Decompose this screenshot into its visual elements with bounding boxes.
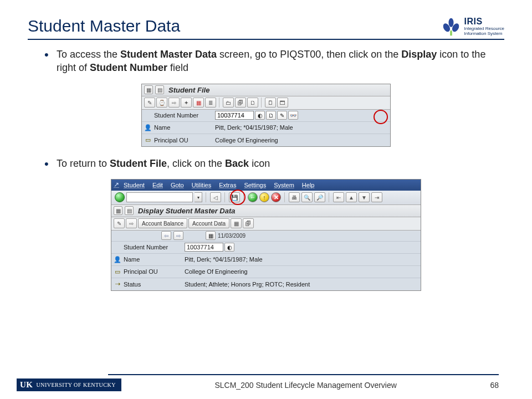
title-icon[interactable]: ▦ (114, 206, 122, 215)
menu-help[interactable]: Help (302, 182, 315, 188)
key-date: 11/03/2009 (218, 233, 245, 239)
input-student-number[interactable]: 10037714 (185, 243, 223, 252)
status-icon: ⇢ (111, 280, 124, 288)
back-icon[interactable]: ← (248, 192, 258, 202)
menu-edit[interactable]: Edit (152, 182, 163, 188)
prev-page-icon[interactable]: ▲ (346, 192, 357, 202)
tool-btn[interactable]: ✦ (181, 98, 192, 108)
menu-settings[interactable]: Settings (244, 182, 266, 188)
next-date-icon[interactable]: ⇨ (173, 231, 183, 240)
value-status: Student; Athlete; Honors Prg; ROTC; Resi… (185, 281, 421, 288)
tool-btn[interactable]: ✎ (114, 218, 125, 228)
tool-btn[interactable]: 🗐 (243, 218, 254, 228)
svg-point-0 (448, 18, 453, 27)
exit-icon[interactable]: ↑ (259, 192, 269, 202)
person-icon: 👤 (142, 124, 154, 131)
find-next-icon[interactable]: 🔎 (314, 192, 325, 202)
tool-btn[interactable]: ≣ (205, 98, 216, 108)
find-icon[interactable]: 🔍 (301, 192, 313, 202)
highlight-circle (374, 110, 388, 124)
window-title: Display Student Master Data (138, 207, 236, 215)
person-icon: 👤 (111, 256, 124, 263)
account-data-button[interactable]: Account Data (188, 218, 229, 228)
page-number: 68 (490, 381, 499, 390)
label-status: Status (124, 281, 185, 288)
input-student-number[interactable]: 10037714 (215, 111, 254, 120)
title-icon-1[interactable]: ▦ (144, 85, 153, 94)
change-icon[interactable]: ✎ (277, 111, 287, 120)
bullet-2: To return to Student File, click on the … (44, 157, 504, 170)
search-help-icon[interactable]: ◐ (255, 111, 265, 120)
uk-logo-badge: UK UNIVERSITY OF KENTUCKY (17, 378, 121, 391)
tool-btn[interactable]: 🗒 (265, 98, 276, 108)
label-student-number: Student Number (124, 244, 185, 250)
tool-btn[interactable]: 🗋 (247, 98, 258, 108)
label-principal-ou: Principal OU (154, 137, 215, 144)
tool-btn[interactable]: 🗔 (277, 98, 288, 108)
menu-student[interactable]: Student (124, 182, 145, 188)
value-principal-ou: College Of Engineering (185, 268, 421, 275)
window-title: Student File (168, 86, 209, 94)
cancel-icon[interactable]: ✕ (271, 192, 281, 202)
org-icon: ▭ (111, 268, 124, 275)
command-dropdown-icon[interactable]: ▾ (195, 192, 202, 202)
slide-footer: UK UNIVERSITY OF KENTUCKY SLCM_200 Stude… (0, 374, 532, 399)
value-name: Pitt, Derk; *04/15/1987; Male (185, 256, 421, 263)
title-icon-2[interactable]: ▤ (155, 85, 164, 94)
last-page-icon[interactable]: ⇥ (371, 192, 382, 202)
org-icon: ▭ (142, 136, 154, 144)
save-icon[interactable]: ◁ (210, 192, 221, 202)
label-name: Name (154, 124, 215, 131)
uk-monogram: UK (20, 380, 33, 390)
tool-btn[interactable]: ✎ (144, 98, 155, 108)
create-icon[interactable]: 🗋 (266, 111, 276, 120)
logo-text-main: IRIS (464, 17, 505, 27)
command-field[interactable] (126, 192, 193, 202)
tool-btn[interactable]: 🗀 (223, 98, 234, 108)
tool-btn[interactable]: ▦ (231, 218, 242, 228)
next-page-icon[interactable]: ▼ (359, 192, 370, 202)
tool-btn[interactable]: ⇨ (126, 218, 137, 228)
iris-flower-icon (441, 17, 461, 37)
tool-btn[interactable]: ⇨ (168, 98, 180, 108)
tool-btn[interactable]: 🗐 (235, 98, 246, 108)
tool-btn[interactable]: ▦ (193, 98, 204, 108)
logo-text-sub2: Information System (464, 32, 505, 37)
menu-system[interactable]: System (274, 182, 294, 188)
enter-icon[interactable] (115, 192, 125, 202)
menu-bar: ↗ Student Edit Goto Utilities Extras Set… (111, 180, 421, 191)
session-icon[interactable]: ↗ (114, 181, 121, 188)
uk-name: UNIVERSITY OF KENTUCKY (37, 382, 116, 388)
bullet-1: To access the Student Master Data screen… (44, 48, 504, 75)
calendar-icon[interactable]: ▦ (206, 231, 216, 240)
display-icon[interactable]: 👓 (288, 111, 298, 120)
label-name: Name (124, 256, 185, 263)
label-student-number: Student Number (154, 112, 215, 119)
menu-utilities[interactable]: Utilities (192, 182, 211, 188)
screenshot-student-file: ▦ ▤ Student File ✎ ⌚ ⇨ ✦ ▦ ≣ 🗀 🗐 🗋 🗒 🗔 S… (141, 84, 391, 147)
standard-toolbar: ▾ ◁ 💾 ← ↑ ✕ 🖶 🔍 🔎 ⇤ ▲ ▼ ⇥ (111, 191, 421, 205)
menu-goto[interactable]: Goto (171, 182, 184, 188)
title-icon[interactable]: ▤ (125, 206, 134, 215)
highlight-circle (230, 190, 245, 205)
footer-title: SLCM_200 Student Lifecycle Management Ov… (214, 381, 396, 390)
app-toolbar: ✎ ⌚ ⇨ ✦ ▦ ≣ 🗀 🗐 🗋 🗒 🗔 (142, 96, 390, 110)
tool-btn[interactable]: ⌚ (156, 98, 167, 108)
screenshot-master-data: ↗ Student Edit Goto Utilities Extras Set… (111, 179, 421, 291)
app-toolbar-2: ✎ ⇨ Account Balance Account Data ▦ 🗐 (111, 217, 421, 231)
iris-logo: IRIS Integrated Resource Information Sys… (441, 17, 505, 37)
value-name: Pitt, Derk; *04/15/1987; Male (215, 124, 390, 131)
print-icon[interactable]: 🖶 (289, 192, 300, 202)
label-principal-ou: Principal OU (124, 268, 185, 275)
prev-date-icon[interactable]: ⇦ (161, 231, 171, 240)
account-balance-button[interactable]: Account Balance (138, 218, 187, 228)
value-principal-ou: College Of Engineering (215, 137, 390, 144)
first-page-icon[interactable]: ⇤ (333, 192, 344, 202)
search-help-icon[interactable]: ◐ (224, 243, 234, 252)
menu-extras[interactable]: Extras (219, 182, 236, 188)
page-title: Student Master Data (28, 17, 180, 35)
